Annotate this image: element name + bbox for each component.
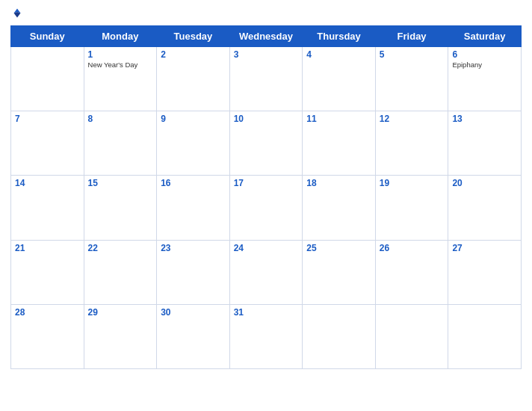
day-number: 2	[161, 49, 226, 60]
week-row-1: 1New Year's Day23456Epiphany	[11, 47, 522, 111]
calendar-cell: 27	[448, 240, 522, 304]
day-number: 27	[452, 243, 517, 253]
weekday-header-row: SundayMondayTuesdayWednesdayThursdayFrid…	[11, 26, 522, 47]
week-row-2: 78910111213	[11, 111, 522, 176]
calendar-cell: 22	[84, 240, 157, 304]
holiday-name: Epiphany	[452, 61, 517, 69]
calendar-cell: 24	[229, 240, 303, 304]
svg-marker-1	[14, 12, 21, 18]
calendar-cell: 28	[11, 304, 84, 368]
day-number: 3	[234, 49, 299, 60]
day-number: 20	[452, 178, 517, 188]
calendar-cell: 11	[303, 111, 376, 176]
weekday-header-monday: Monday	[84, 26, 157, 47]
calendar-cell: 19	[375, 176, 448, 240]
calendar-header	[10, 7, 522, 21]
calendar-cell: 31	[229, 304, 303, 368]
calendar-cell: 25	[303, 240, 376, 304]
country-name	[439, 18, 522, 21]
weekday-header-wednesday: Wednesday	[229, 26, 303, 47]
day-number: 15	[88, 178, 153, 188]
day-number: 4	[306, 49, 371, 60]
weekday-header-thursday: Thursday	[303, 26, 376, 47]
calendar-cell: 30	[157, 304, 230, 368]
day-number: 11	[306, 114, 371, 124]
calendar-container: SundayMondayTuesdayWednesdayThursdayFrid…	[0, 0, 532, 411]
day-number: 6	[452, 49, 517, 60]
calendar-cell: 14	[11, 176, 84, 240]
week-row-5: 28293031	[11, 304, 522, 368]
calendar-thead: SundayMondayTuesdayWednesdayThursdayFrid…	[11, 26, 522, 47]
weekday-header-sunday: Sunday	[11, 26, 84, 47]
calendar-cell: 10	[229, 111, 303, 176]
calendar-cell: 29	[84, 304, 157, 368]
day-number: 31	[234, 307, 299, 318]
calendar-cell: 21	[11, 240, 84, 304]
day-number: 10	[234, 114, 299, 124]
calendar-cell: 13	[448, 111, 522, 176]
day-number: 1	[88, 49, 153, 60]
logo	[10, 7, 28, 21]
day-number: 5	[380, 49, 445, 60]
calendar-cell: 3	[229, 47, 303, 111]
day-number: 12	[380, 114, 445, 124]
calendar-cell: 6Epiphany	[448, 47, 522, 111]
calendar-cell: 8	[84, 111, 157, 176]
calendar-cell: 16	[157, 176, 230, 240]
day-number: 9	[161, 114, 226, 124]
calendar-cell: 23	[157, 240, 230, 304]
weekday-header-friday: Friday	[375, 26, 448, 47]
logo-bird-icon	[10, 7, 24, 21]
calendar-cell	[11, 47, 84, 111]
day-number: 7	[15, 114, 80, 124]
day-number: 19	[380, 178, 445, 188]
calendar-cell: 12	[375, 111, 448, 176]
day-number: 30	[161, 307, 226, 318]
week-row-4: 21222324252627	[11, 240, 522, 304]
calendar-cell	[303, 304, 376, 368]
day-number: 17	[234, 178, 299, 188]
day-number: 26	[380, 243, 445, 253]
day-number: 24	[234, 243, 299, 253]
day-number: 14	[15, 178, 80, 188]
day-number: 22	[88, 243, 153, 253]
day-number: 25	[306, 243, 371, 253]
calendar-cell: 26	[375, 240, 448, 304]
calendar-cell: 9	[157, 111, 230, 176]
calendar-cell: 7	[11, 111, 84, 176]
day-number: 16	[161, 178, 226, 188]
holiday-name: New Year's Day	[88, 61, 153, 69]
day-number: 13	[452, 114, 517, 124]
weekday-header-tuesday: Tuesday	[157, 26, 230, 47]
calendar-cell: 15	[84, 176, 157, 240]
calendar-table: SundayMondayTuesdayWednesdayThursdayFrid…	[10, 25, 522, 369]
day-number: 18	[306, 178, 371, 188]
week-row-3: 14151617181920	[11, 176, 522, 240]
calendar-cell	[448, 304, 522, 368]
day-number: 8	[88, 114, 153, 124]
weekday-header-saturday: Saturday	[448, 26, 522, 47]
calendar-cell: 17	[229, 176, 303, 240]
day-number: 29	[88, 307, 153, 318]
logo-area	[10, 7, 93, 21]
calendar-cell: 4	[303, 47, 376, 111]
calendar-cell: 2	[157, 47, 230, 111]
calendar-cell: 5	[375, 47, 448, 111]
calendar-cell: 1New Year's Day	[84, 47, 157, 111]
day-number: 28	[15, 307, 80, 318]
calendar-cell	[375, 304, 448, 368]
calendar-body: 1New Year's Day23456Epiphany789101112131…	[11, 47, 522, 369]
day-number: 23	[161, 243, 226, 253]
calendar-cell: 20	[448, 176, 522, 240]
day-number: 21	[15, 243, 80, 253]
calendar-cell: 18	[303, 176, 376, 240]
